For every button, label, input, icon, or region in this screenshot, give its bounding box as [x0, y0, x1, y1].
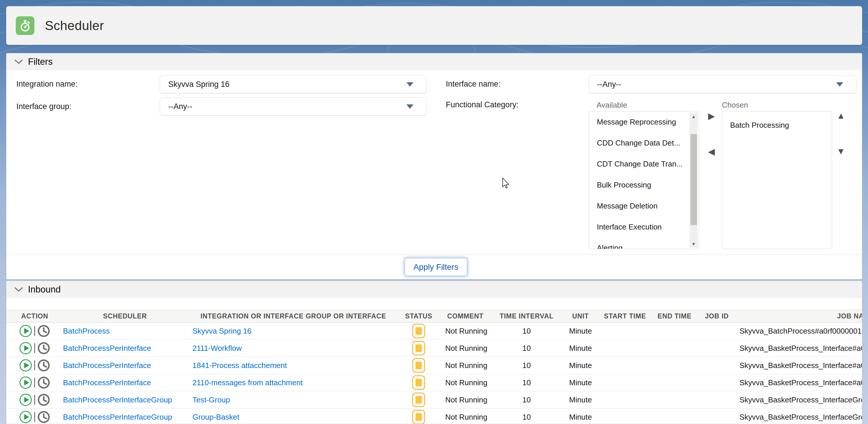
- schedule-button[interactable]: [37, 376, 51, 389]
- integration-link[interactable]: Test-Group: [192, 395, 230, 404]
- scroll-up-icon[interactable]: ▲: [689, 113, 698, 120]
- comment-cell: Not Running: [438, 374, 493, 391]
- schedule-button[interactable]: [37, 341, 51, 355]
- page-title: Scheduler: [45, 19, 104, 33]
- inbound-section-header[interactable]: Inbound: [6, 281, 862, 298]
- comment-cell: Not Running: [438, 340, 493, 357]
- filters-card: Filters Integration name: Skyvva Spring …: [6, 53, 862, 279]
- chevron-down-icon: [406, 104, 413, 109]
- time-interval-cell: 10: [493, 340, 560, 357]
- clock-icon: [37, 376, 51, 389]
- start-time-cell: [601, 408, 649, 424]
- interface-name-label: Interface name:: [446, 79, 501, 89]
- chevron-down-icon: [836, 82, 843, 87]
- functional-category-chosen-listbox[interactable]: Batch Processing: [722, 111, 832, 249]
- header-time-interval: TIME INTERVAL: [493, 310, 560, 322]
- header-scheduler: SCHEDULER: [63, 310, 187, 322]
- functional-category-available-listbox[interactable]: ▲ ▼ Message ReprocessingCDD Change Data …: [589, 111, 699, 249]
- comment-cell: Not Running: [438, 391, 493, 408]
- time-interval-cell: 10: [493, 323, 560, 339]
- schedule-button[interactable]: [37, 410, 51, 424]
- play-icon: [19, 324, 32, 338]
- move-up-button[interactable]: ▲: [836, 111, 846, 121]
- action-separator: [34, 360, 35, 370]
- job-id-cell: [700, 408, 734, 424]
- action-cell: [6, 357, 63, 374]
- move-down-button[interactable]: ▼: [836, 146, 846, 157]
- integration-link[interactable]: 2110-messages from attachment: [192, 378, 303, 387]
- scroll-down-icon[interactable]: ▼: [689, 240, 698, 248]
- header-unit: UNIT: [560, 310, 601, 322]
- schedule-button[interactable]: [37, 324, 51, 338]
- table-row: BatchProcessPerInterfaceGroup Group-Bask…: [6, 408, 862, 424]
- integration-name-select[interactable]: Skyvva Spring 16: [160, 75, 427, 93]
- available-list-item[interactable]: Bulk Processing: [589, 174, 699, 195]
- interface-group-select[interactable]: --Any--: [160, 97, 427, 116]
- scheduler-link[interactable]: BatchProcessPerInterfaceGroup: [63, 395, 172, 404]
- start-time-cell: [601, 357, 649, 374]
- job-id-cell: [700, 391, 734, 408]
- table-body: BatchProcess Skyvva Spring 16 Not Runnin…: [6, 323, 862, 424]
- run-now-button[interactable]: [19, 324, 32, 338]
- available-list-item[interactable]: Alerting: [589, 237, 699, 249]
- header-start-time: START TIME: [601, 310, 649, 322]
- status-stopped-icon: [412, 393, 425, 407]
- integration-link[interactable]: 1841-Process attacchement: [192, 361, 287, 370]
- action-separator: [34, 412, 35, 422]
- job-name-cell: Skyvva_BasketProcess_InterfaceGro: [734, 408, 862, 424]
- header-integration: INTEGRATION OR INTERFACE GROUP OR INTERF…: [187, 310, 400, 322]
- available-list-item[interactable]: CDT Change Date Tran...: [589, 153, 699, 174]
- run-now-button[interactable]: [19, 341, 32, 355]
- end-time-cell: [649, 357, 700, 374]
- scheduler-link[interactable]: BatchProcess: [63, 327, 110, 336]
- scheduler-link[interactable]: BatchProcessPerInterface: [63, 344, 151, 353]
- action-separator: [34, 395, 35, 405]
- scheduler-page: Scheduler Filters Integration name: Skyv…: [0, 0, 868, 424]
- action-cell: [6, 340, 63, 357]
- header-job-name: JOB NAME: [734, 310, 862, 322]
- integration-link[interactable]: 2111-Workflow: [192, 344, 242, 353]
- integration-link[interactable]: Group-Basket: [192, 413, 239, 422]
- schedule-button[interactable]: [37, 359, 51, 372]
- run-now-button[interactable]: [19, 393, 32, 406]
- status-stopped-icon: [412, 324, 425, 338]
- available-list-item[interactable]: CDD Change Data Det...: [589, 132, 699, 153]
- comment-cell: Not Running: [438, 357, 493, 374]
- time-interval-cell: 10: [493, 374, 560, 391]
- inbound-card: Inbound ACTION SCHEDULER INTEGRATION OR …: [6, 281, 862, 424]
- move-left-button[interactable]: ◀: [706, 146, 717, 157]
- run-now-button[interactable]: [19, 410, 32, 424]
- job-name-cell: Skyvva_BasketProcess_Interface#a0: [734, 374, 862, 391]
- action-cell: [6, 323, 63, 339]
- end-time-cell: [649, 323, 700, 339]
- available-listbox-scrollbar[interactable]: ▲ ▼: [689, 113, 698, 248]
- available-list-item[interactable]: Interface Execution: [589, 216, 699, 237]
- scheduler-link[interactable]: BatchProcessPerInterface: [63, 361, 151, 370]
- move-right-button[interactable]: ▶: [706, 111, 717, 121]
- job-name-cell: Skyvva_BasketProcess_Interface#a0: [734, 357, 862, 374]
- scrollbar-thumb[interactable]: [690, 134, 697, 225]
- chosen-list-item[interactable]: Batch Processing: [722, 115, 832, 135]
- available-list-item[interactable]: Message Deletion: [589, 195, 699, 216]
- scheduler-link[interactable]: BatchProcessPerInterface: [63, 378, 151, 387]
- scheduler-table: ACTION SCHEDULER INTEGRATION OR INTERFAC…: [6, 310, 862, 424]
- clock-icon: [37, 341, 51, 355]
- run-now-button[interactable]: [19, 376, 32, 389]
- action-separator: [34, 326, 35, 336]
- apply-filters-button[interactable]: Apply Filters: [405, 258, 467, 276]
- action-separator: [34, 343, 35, 353]
- schedule-button[interactable]: [37, 393, 51, 406]
- scheduler-link[interactable]: BatchProcessPerInterfaceGroup: [63, 413, 172, 422]
- action-cell: [6, 374, 63, 391]
- table-row: BatchProcessPerInterface 2110-messages f…: [6, 374, 862, 391]
- available-list-item[interactable]: Message Reprocessing: [589, 112, 699, 132]
- interface-name-select[interactable]: --Any--: [589, 75, 856, 93]
- integration-link[interactable]: Skyvva Spring 16: [192, 327, 251, 336]
- play-icon: [19, 341, 32, 355]
- run-now-button[interactable]: [19, 359, 32, 372]
- unit-cell: Minute: [560, 374, 601, 391]
- inbound-section-title: Inbound: [28, 284, 61, 295]
- filters-section-header[interactable]: Filters: [6, 53, 862, 70]
- chevron-down-icon: [14, 287, 23, 292]
- status-stopped-icon: [412, 375, 425, 390]
